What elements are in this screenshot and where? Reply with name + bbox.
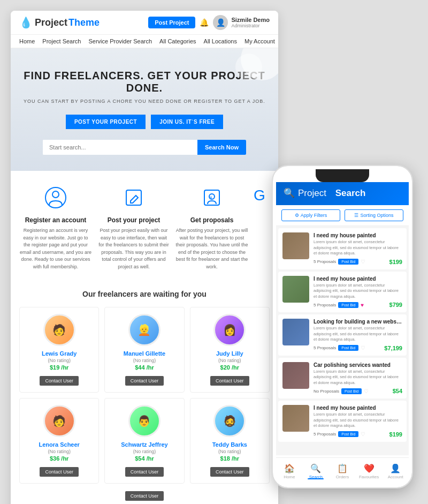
avatar: 👤 <box>213 15 228 30</box>
proposals-count: No Proposals <box>314 389 339 394</box>
freelancer-rate: $54 /hr <box>109 455 179 462</box>
freelancer-rate: $44 /hr <box>109 364 179 371</box>
contact-user-button[interactable]: Contact User <box>40 376 79 386</box>
phone-listings: I need my house painted Lorem ipsum dolo… <box>276 226 409 455</box>
search-icon: 🔍 <box>310 463 321 473</box>
user-role: Administrator <box>231 23 270 28</box>
freelancer-name: Schwartz Jeffrey <box>109 441 179 448</box>
listing-title: I need my house painted <box>314 232 402 238</box>
bell-icon[interactable]: 🔔 <box>200 18 209 27</box>
active-indicator <box>308 478 324 479</box>
listing-desc: Lorem ipsum dolor sit amet, consectetur … <box>314 239 402 257</box>
freelancer-name: Lewis Grady <box>24 350 94 357</box>
listing-title: Looking for building a new website.. <box>314 319 402 325</box>
listing-content: Car polishing services wanted Lorem ipsu… <box>314 362 402 395</box>
join-button[interactable]: JOIN US. IT`S FREE <box>151 115 223 129</box>
listing-thumbnail <box>282 276 309 303</box>
user-info: 👤 Sizmile Demo Administrator <box>213 15 270 30</box>
page-wrapper: 💧 ProjectTheme Post Project 🔔 👤 Sizmile … <box>0 0 428 504</box>
post-bid-button[interactable]: Post Bid <box>338 302 358 308</box>
listing-desc: Lorem ipsum dolor sit amet, consectetur … <box>314 326 402 343</box>
search-input[interactable] <box>43 140 197 155</box>
nav-categories[interactable]: All Categories <box>159 38 196 44</box>
freelancer-rating: (No rating) <box>24 358 94 363</box>
proposals-count: 5 Proposals <box>314 345 336 350</box>
listing-title: Car polishing services wanted <box>314 362 402 368</box>
listing-content: Looking for building a new website.. Lor… <box>314 319 402 351</box>
phone-nav-search[interactable]: 🔍 Search <box>303 463 330 479</box>
listing-thumbnail <box>282 232 309 259</box>
contact-user-button[interactable]: Contact User <box>40 467 79 477</box>
favourite-icon[interactable]: ♥ <box>361 302 364 308</box>
feature-proposals: $ Get proposals After posting your proje… <box>175 187 248 270</box>
freelancer-card: 🧑 Lewis Grady (No rating) $19 /hr Contac… <box>19 307 99 393</box>
nav-service-provider[interactable]: Service Provider Search <box>89 38 152 44</box>
post-bid-button[interactable]: Post Bid <box>338 345 358 351</box>
freelancer-card: 🧔 Teddy Barks (No rating) $18 /hr Contac… <box>190 398 270 484</box>
freelancer-rating: (No rating) <box>109 449 179 454</box>
nav-account[interactable]: My Account <box>244 38 275 44</box>
freelancers-section: Our freelancers are waiting for you 🧑 Le… <box>11 279 278 504</box>
favourite-icon[interactable]: ♡ <box>361 345 365 351</box>
listing-item: I need my house painted Lorem ipsum dolo… <box>278 272 407 313</box>
phone-nav-orders[interactable]: 📋 Orders <box>329 463 356 479</box>
favourite-icon[interactable]: ♡ <box>361 431 365 437</box>
account-icon: 👤 <box>390 463 401 473</box>
apply-filters-button[interactable]: ⚙ Apply Filters <box>281 209 340 221</box>
listing-footer: 5 Proposals Post Bid ♥ $799 <box>314 302 402 308</box>
listing-price: $7,199 <box>384 345 402 351</box>
listing-item: Car polishing services wanted Lorem ipsu… <box>278 358 407 399</box>
user-name: Sizmile Demo <box>231 17 270 23</box>
listing-price: $54 <box>393 388 402 394</box>
listing-footer: No Proposals Post Bid ♡ $54 <box>314 388 402 394</box>
feature-register-desc: Registering an account is very easy in o… <box>19 227 92 270</box>
listing-price: $199 <box>389 431 402 438</box>
site-nav: Home Project Search Service Provider Sea… <box>11 35 278 48</box>
avatar: 🧑 <box>43 314 75 346</box>
listing-title: I need my house painted <box>314 405 402 411</box>
freelancer-card: 🧑 Lenora Scheer (No rating) $36 /hr Cont… <box>19 398 99 484</box>
logo-theme-text: Theme <box>68 17 100 28</box>
phone-nav-account[interactable]: 👤 Account <box>382 463 409 479</box>
favourites-icon: ❤️ <box>364 463 374 473</box>
post-bid-button[interactable]: Post Bid <box>338 259 358 265</box>
post-bid-button[interactable]: Post Bid <box>338 431 358 437</box>
phone-title-search: Search <box>335 188 366 199</box>
svg-text:$: $ <box>210 195 212 200</box>
nav-locations[interactable]: All Locations <box>204 38 237 44</box>
phone-nav-home[interactable]: 🏠 Home <box>276 463 303 479</box>
main-website-card: 💧 ProjectTheme Post Project 🔔 👤 Sizmile … <box>11 11 278 504</box>
register-icon <box>19 187 92 212</box>
sorting-options-button[interactable]: ☰ Sorting Options <box>345 209 403 221</box>
feature-register-title: Register an account <box>19 216 92 224</box>
post-project-button[interactable]: Post Project <box>148 17 195 28</box>
favourite-icon[interactable]: ♡ <box>364 388 369 394</box>
freelancer-name: Lenora Scheer <box>24 441 94 448</box>
freelancer-rating: (No rating) <box>195 358 265 363</box>
post-bid-button[interactable]: Post Bid <box>341 388 362 394</box>
proposals-count: 5 Proposals <box>314 303 336 307</box>
feature-post: Post your project Post your project easi… <box>97 187 170 270</box>
filter-icon: ⚙ <box>295 213 299 218</box>
freelancer-name: Judy Lilly <box>195 350 265 357</box>
contact-user-button[interactable]: Contact User <box>125 467 164 477</box>
nav-home[interactable]: Home <box>19 38 35 44</box>
site-header: 💧 ProjectTheme Post Project 🔔 👤 Sizmile … <box>11 11 278 35</box>
contact-user-button[interactable]: Contact User <box>125 376 164 386</box>
contact-user-button-extra[interactable]: Contact User <box>125 491 164 501</box>
hero-section: FIND FREELANCERS. GET YOUR PROJECT DONE.… <box>11 48 278 171</box>
phone-title-project: Project <box>298 188 326 199</box>
phone-nav-account-label: Account <box>388 475 403 479</box>
contact-user-button[interactable]: Contact User <box>210 376 249 386</box>
nav-project-search[interactable]: Project Search <box>42 38 81 44</box>
post-project-hero-button[interactable]: POST YOUR PROJECT <box>66 115 146 129</box>
phone-nav-favourites[interactable]: ❤️ Favourites <box>356 463 383 479</box>
avatar: 👱 <box>128 314 160 346</box>
phone-nav-home-label: Home <box>284 475 295 479</box>
contact-user-button[interactable]: Contact User <box>210 467 249 477</box>
search-now-button[interactable]: Search Now <box>197 140 246 155</box>
favourite-icon[interactable]: ♡ <box>361 259 365 265</box>
listing-thumbnail <box>282 319 309 345</box>
freelancer-name: Teddy Barks <box>195 441 265 448</box>
hero-subtitle: YOU CAN START BY POSTING A CHORE YOU NEE… <box>21 99 268 104</box>
